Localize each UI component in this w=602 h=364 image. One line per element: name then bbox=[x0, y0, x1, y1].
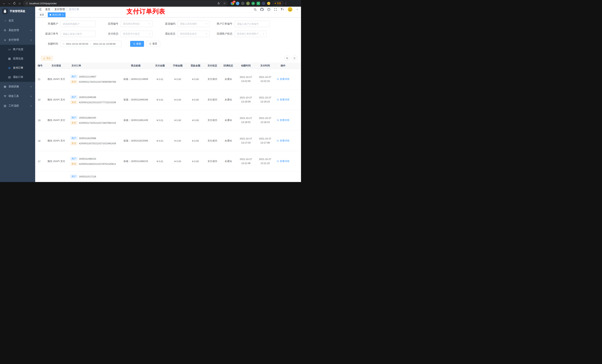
back-icon[interactable]: ← bbox=[1, 1, 7, 6]
sidebar-item-label: 退款订单 bbox=[13, 75, 23, 79]
pay-amount-cell: ¥ 0.01 bbox=[151, 119, 169, 122]
browser-window: ← → ⌂ localhost:1024/pay/order ☆ 10 更新 ⋮ bbox=[0, 0, 301, 182]
column-header: 支付状态 bbox=[204, 64, 220, 67]
pay-order-cell: 商户 1635311517126 支付 bbox=[68, 172, 120, 182]
fullscreen-icon[interactable] bbox=[274, 8, 277, 11]
browser-update-button[interactable]: 更新 bbox=[273, 1, 283, 5]
view-detail-link[interactable]: 查看详情 bbox=[277, 77, 289, 81]
close-tab-icon[interactable] bbox=[62, 14, 64, 16]
sidebar-item-app-info[interactable]: ▦应用信息 bbox=[0, 54, 35, 63]
view-detail-link[interactable]: 查看详情 bbox=[277, 160, 289, 163]
sidebar-item-dev-tools[interactable]: ⚒研发工具∨ bbox=[0, 91, 35, 101]
notify-status-select[interactable]: 请选择订单回调商户状态 bbox=[235, 31, 267, 37]
notify-status-cell: 未通知 bbox=[220, 139, 236, 142]
search-button[interactable]: 搜索 bbox=[130, 41, 144, 47]
chevron-down-icon: ∨ bbox=[30, 85, 32, 88]
bookmark-star-icon[interactable]: ☆ bbox=[222, 1, 227, 6]
breadcrumb-separator: / bbox=[66, 8, 67, 11]
tab-pay-order[interactable]: 支付订单 bbox=[48, 12, 65, 17]
list-toolbar: 导出 bbox=[35, 55, 301, 61]
action-cell: 查看详情 bbox=[275, 139, 291, 142]
reload-icon[interactable] bbox=[12, 1, 17, 6]
extension-check-icon[interactable] bbox=[251, 2, 255, 5]
grid-icon: ▦ bbox=[8, 57, 11, 60]
pay-status-cell: 支付成功 bbox=[204, 160, 220, 163]
sidebar-item-pay-order[interactable]: ◎支付订单 bbox=[0, 63, 35, 73]
pay-tag: 支付 bbox=[70, 80, 77, 83]
sidebar-item-infrastructure[interactable]: ▣基础设施∨ bbox=[0, 82, 35, 91]
active-dot-icon bbox=[50, 14, 51, 16]
create-time-range-picker[interactable]: 2021-10-01 00:00:00 - 2021-10-31 23:59:5… bbox=[60, 41, 121, 47]
forward-icon[interactable]: → bbox=[7, 1, 12, 6]
pay-channel-cell: 微信 JSAPI 支付 bbox=[45, 98, 68, 101]
sidebar-item-label: 支付管理 bbox=[9, 38, 19, 42]
pay-amount-cell: ¥ 0.01 bbox=[151, 160, 169, 163]
column-header: 支付渠道 bbox=[45, 64, 68, 67]
extension-blue-icon[interactable] bbox=[236, 2, 239, 5]
github-icon[interactable] bbox=[260, 8, 264, 11]
sidebar: 芋道管理系统 ◔首页⚙系统管理∨¥支付管理∧▭商户信息▦应用信息◎支付订单▤退款… bbox=[0, 7, 35, 182]
merchant-tag: 商户 bbox=[70, 136, 77, 140]
extension-pinwheel-icon[interactable]: 10 bbox=[231, 2, 234, 5]
refund-amount-cell: ¥ 0.00 bbox=[187, 98, 204, 101]
share-icon[interactable] bbox=[216, 1, 221, 6]
table-row: 20 微信 JSAPI 支付 商户 1635311949168 支付 42000… bbox=[35, 90, 301, 110]
sidebar-item-label: 支付订单 bbox=[13, 66, 23, 70]
column-header: 回调状态 bbox=[220, 64, 236, 67]
breadcrumb-separator: / bbox=[52, 8, 53, 11]
filter-label: 回调商户状态 bbox=[215, 32, 232, 35]
column-header: 创建时间 bbox=[236, 64, 256, 68]
product-title-cell: 标题：1635311468233 bbox=[120, 160, 151, 163]
user-avatar[interactable] bbox=[287, 7, 293, 12]
pay-status-cell: 支付成功 bbox=[204, 98, 220, 101]
channel-code-select[interactable]: 请输入渠道编码 bbox=[178, 21, 210, 27]
reset-button[interactable]: 重置 bbox=[146, 41, 160, 47]
chevron-down-icon bbox=[205, 33, 207, 35]
pay-status-select[interactable]: 请选择支付状态 bbox=[120, 31, 152, 37]
user-menu-caret-icon[interactable]: ▼ bbox=[296, 9, 298, 10]
sidebar-item-label: 工作流程 bbox=[9, 104, 19, 107]
tab-home[interactable]: 首页 bbox=[38, 12, 46, 17]
view-detail-link[interactable]: 查看详情 bbox=[277, 119, 289, 122]
notify-status-cell: 未通知 bbox=[220, 98, 236, 101]
extension-olive-icon[interactable] bbox=[246, 2, 250, 5]
bank-card-icon: ▭ bbox=[8, 48, 11, 51]
channel-order-no-input[interactable] bbox=[60, 31, 96, 37]
site-info-icon[interactable] bbox=[26, 2, 28, 4]
merchant-order-no-input[interactable] bbox=[235, 21, 270, 27]
sidebar-item-payment[interactable]: ¥支付管理∧ bbox=[0, 35, 35, 45]
update-label: 更新 bbox=[277, 2, 281, 5]
export-button[interactable]: 导出 bbox=[41, 56, 53, 61]
merchant-input[interactable] bbox=[60, 21, 96, 27]
view-detail-link[interactable]: 查看详情 bbox=[277, 139, 289, 142]
collapse-sidebar-icon[interactable] bbox=[38, 7, 42, 11]
help-icon[interactable] bbox=[267, 8, 270, 11]
font-size-icon[interactable] bbox=[281, 8, 284, 11]
pay-time-cell: 2021-10-2713:19:15 bbox=[256, 96, 275, 104]
sidebar-item-home[interactable]: ◔首页 bbox=[0, 16, 35, 26]
view-detail-link[interactable]: 查看详情 bbox=[277, 98, 289, 101]
browser-menu-icon[interactable]: ⋮ bbox=[283, 1, 288, 6]
sidebar-item-workflow[interactable]: ▧工作流程∨ bbox=[0, 101, 35, 111]
sidebar-item-refund-order[interactable]: ▤退款订单 bbox=[0, 73, 35, 82]
extension-puzzle-icon[interactable] bbox=[262, 2, 265, 5]
extension-avatar-icon[interactable] bbox=[267, 2, 270, 5]
order-id-cell: 20 bbox=[35, 98, 45, 101]
sidebar-item-merchant-info[interactable]: ▭商户信息 bbox=[0, 45, 35, 54]
extension-chat-icon[interactable] bbox=[257, 2, 260, 5]
breadcrumb-home[interactable]: 首页 bbox=[45, 8, 50, 11]
header-search-icon[interactable] bbox=[254, 8, 257, 11]
refund-amount-cell: ¥ 0.00 bbox=[187, 160, 204, 163]
chevron-up-icon: ∧ bbox=[30, 39, 32, 41]
extension-dark-icon[interactable] bbox=[241, 2, 245, 5]
sidebar-item-system[interactable]: ⚙系统管理∨ bbox=[0, 26, 35, 35]
pay-order-cell: 商户 1635311949168 支付 42000011812021102777… bbox=[68, 90, 120, 110]
refund-status-select[interactable]: 请选择退款状态 bbox=[178, 31, 210, 37]
refresh-list-button[interactable] bbox=[292, 55, 297, 61]
home-icon[interactable]: ⌂ bbox=[17, 1, 22, 6]
app-id-select[interactable]: 请选择应用信息 bbox=[120, 21, 152, 27]
address-bar[interactable]: localhost:1024/pay/order ☆ bbox=[23, 1, 228, 6]
filter-label: 应用编号 bbox=[101, 22, 118, 26]
fee-amount-cell: ¥ 0.00 bbox=[169, 78, 187, 81]
toggle-search-button[interactable] bbox=[284, 55, 290, 61]
